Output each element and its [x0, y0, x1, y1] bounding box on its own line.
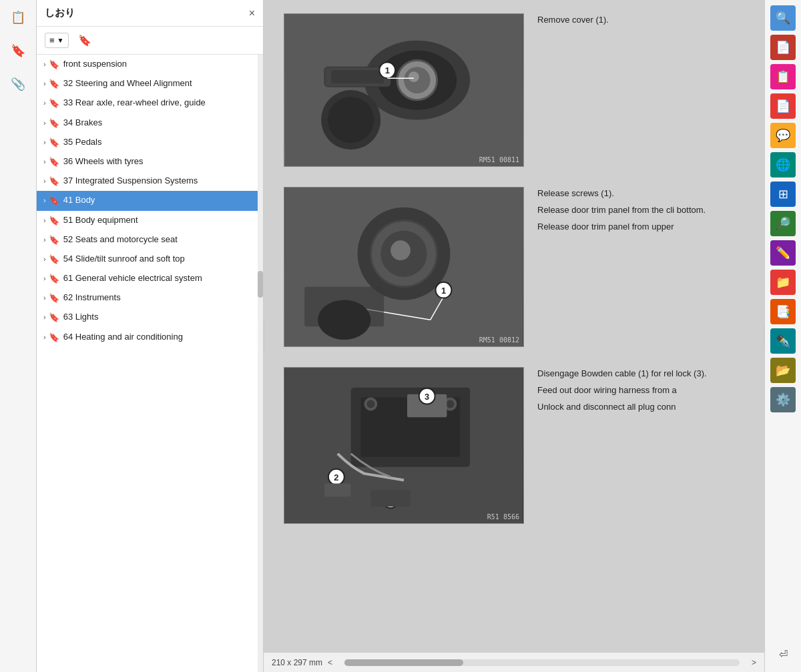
- instruction-2-3: Release door trim panel from upper: [537, 220, 744, 234]
- item-bookmark-icon: 🔖: [49, 292, 59, 304]
- item-bookmark-icon: 🔖: [49, 78, 59, 90]
- svg-rect-39: [370, 490, 410, 507]
- svg-point-28: [366, 400, 374, 408]
- item-bookmark-icon: 🔖: [49, 312, 59, 324]
- new-doc-button[interactable]: 📄: [770, 35, 796, 60]
- sidebar-item-52[interactable]: › 🔖 52 Seats and motorcycle seat: [37, 230, 263, 250]
- list-chevron-icon: ▼: [57, 37, 64, 44]
- settings-button[interactable]: ⚙️: [770, 387, 796, 412]
- doc-image-2: 1 RM51 00812: [284, 187, 524, 347]
- item-bookmark-icon: 🔖: [49, 215, 59, 227]
- list-view-button[interactable]: ≡ ▼: [45, 33, 69, 48]
- item-label: 34 Brakes: [63, 117, 258, 129]
- item-label: 32 Steering and Wheel Alignment: [63, 77, 258, 89]
- footer-size-label: 210 x 297 mm: [272, 658, 322, 667]
- zoom-button[interactable]: 🔍: [770, 5, 796, 31]
- sidebar-item-51[interactable]: › 🔖 51 Body equipment: [37, 211, 263, 230]
- main-wrapper: ◀ 1 RM51 00811 Remove cover (1).: [264, 0, 764, 672]
- footer-scroll-right[interactable]: >: [752, 658, 756, 667]
- footer-scrollbar[interactable]: [344, 659, 740, 666]
- sidebar-title: しおり: [45, 7, 75, 19]
- item-label: 61 General vehicle electrical system: [63, 272, 258, 284]
- grid-button[interactable]: ⊞: [770, 182, 796, 207]
- item-bookmark-icon: 🔖: [49, 254, 59, 266]
- item-chevron-icon: ›: [43, 176, 46, 186]
- sidebar-item-63[interactable]: › 🔖 63 Lights: [37, 308, 263, 327]
- file2-button[interactable]: 📑: [770, 299, 796, 324]
- item-chevron-icon: ›: [43, 118, 46, 128]
- item-bookmark-icon: 🔖: [49, 176, 59, 188]
- instruction-2-2: Release door trim panel from the cli bot…: [537, 204, 744, 218]
- item-label: 54 Slide/tilt sunroof and soft top: [63, 253, 258, 265]
- doc-list-button[interactable]: 📋: [770, 64, 796, 89]
- sidebar-item-32[interactable]: › 🔖 32 Steering and Wheel Alignment: [37, 74, 263, 93]
- sidebar-item-37[interactable]: › 🔖 37 Integrated Suspension Systems: [37, 172, 263, 191]
- item-label: front suspension: [63, 58, 258, 70]
- content-section-3: 3 2 1 R51 8566 Disengage Bowden cable (1…: [284, 367, 744, 524]
- instruction-3-2: Feed out door wiring harness from a: [537, 384, 744, 398]
- right-collapse-button[interactable]: ◀: [264, 323, 265, 350]
- bookmark-filter-button[interactable]: 🔖: [74, 32, 95, 49]
- item-bookmark-icon: 🔖: [49, 97, 59, 109]
- attachments-icon[interactable]: 📎: [7, 73, 29, 95]
- item-chevron-icon: ›: [43, 293, 46, 303]
- image-label-3: R51 8566: [487, 513, 519, 521]
- svg-point-17: [390, 240, 411, 260]
- svg-rect-7: [331, 70, 384, 83]
- footer-scrollbar-thumb: [344, 659, 463, 666]
- main-scrollable[interactable]: 1 RM51 00811 Remove cover (1). 1 RM51 00…: [264, 0, 764, 652]
- sidebar-close-button[interactable]: ×: [249, 7, 255, 19]
- left-toolbar: 📋 🔖 📎: [0, 0, 37, 672]
- item-chevron-icon: ›: [43, 79, 46, 89]
- main-footer: 210 x 297 mm < >: [264, 652, 764, 672]
- sidebar-item-64[interactable]: › 🔖 64 Heating and air conditioning: [37, 328, 263, 347]
- bookmarks-icon[interactable]: 🔖: [7, 40, 29, 61]
- sidebar-item-35[interactable]: › 🔖 35 Pedals: [37, 133, 263, 152]
- sidebar-collapse-button[interactable]: ◀: [763, 323, 764, 350]
- svg-point-5: [409, 71, 419, 82]
- item-chevron-icon: ›: [43, 196, 46, 206]
- sidebar-item-34[interactable]: › 🔖 34 Brakes: [37, 113, 263, 133]
- item-label: 51 Body equipment: [63, 214, 258, 226]
- doc-red-button[interactable]: 📄: [770, 93, 796, 119]
- footer-scroll-left[interactable]: <: [328, 658, 332, 667]
- edit-button[interactable]: ✏️: [770, 240, 796, 266]
- translate-button[interactable]: 🌐: [770, 152, 796, 178]
- file-button[interactable]: 📁: [770, 270, 796, 295]
- item-label: 36 Wheels with tyres: [63, 155, 258, 167]
- doc-zoom-button[interactable]: 🔎: [770, 211, 796, 236]
- file3-button[interactable]: 📂: [770, 358, 796, 383]
- item-chevron-icon: ›: [43, 254, 46, 264]
- sidebar-scrollbar[interactable]: [258, 55, 263, 672]
- right-toolbar: 🔍📄📋📄💬🌐⊞🔎✏️📁📑✒️📂⚙️⏎: [764, 0, 801, 672]
- item-label: 62 Instruments: [63, 292, 258, 304]
- sidebar-item-36[interactable]: › 🔖 36 Wheels with tyres: [37, 152, 263, 172]
- item-chevron-icon: ›: [43, 274, 46, 284]
- image-label-1: RM51 00811: [479, 156, 519, 163]
- item-bookmark-icon: 🔖: [49, 117, 59, 129]
- sidebar-content: › 🔖 front suspension › 🔖 32 Steering and…: [37, 55, 263, 672]
- item-label: 33 Rear axle, rear-wheel drive, guide: [63, 97, 258, 109]
- sidebar-item-33[interactable]: › 🔖 33 Rear axle, rear-wheel drive, guid…: [37, 93, 263, 113]
- item-label: 35 Pedals: [63, 136, 258, 148]
- sidebar-item-front-suspension[interactable]: › 🔖 front suspension: [37, 55, 263, 74]
- svg-point-30: [446, 400, 454, 408]
- item-bookmark-icon: 🔖: [49, 195, 59, 207]
- sidebar-item-54[interactable]: › 🔖 54 Slide/tilt sunroof and soft top: [37, 250, 263, 269]
- item-label: 64 Heating and air conditioning: [63, 331, 258, 343]
- item-label: 41 Body: [63, 194, 258, 206]
- svg-text:3: 3: [425, 392, 429, 402]
- item-chevron-icon: ›: [43, 312, 46, 322]
- svg-point-23: [318, 300, 370, 340]
- main-content: 1 RM51 00811 Remove cover (1). 1 RM51 00…: [264, 0, 764, 672]
- edit2-button[interactable]: ✒️: [770, 328, 796, 354]
- pages-icon[interactable]: 📋: [7, 7, 29, 28]
- item-bookmark-icon: 🔖: [49, 59, 59, 71]
- exit-button[interactable]: ⏎: [770, 641, 796, 667]
- sidebar-item-62[interactable]: › 🔖 62 Instruments: [37, 288, 263, 308]
- doc-image-3: 3 2 1 R51 8566: [284, 367, 524, 524]
- sidebar-item-41[interactable]: › 🔖 41 Body: [37, 191, 263, 210]
- comment-button[interactable]: 💬: [770, 123, 796, 148]
- sidebar-item-61[interactable]: › 🔖 61 General vehicle electrical system: [37, 269, 263, 288]
- item-bookmark-icon: 🔖: [49, 332, 59, 344]
